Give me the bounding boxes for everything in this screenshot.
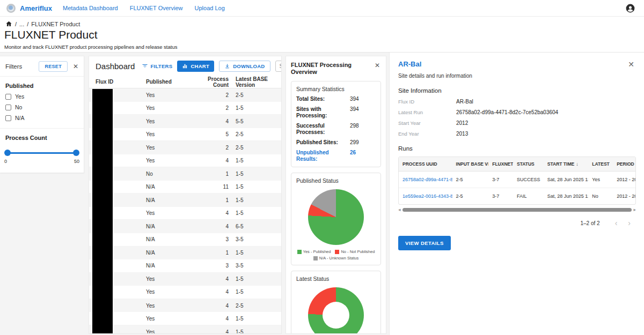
fluxnet-cell: 3-7 [488, 188, 513, 204]
col-header-input-base[interactable]: INPUT BASE VER... [452, 157, 489, 171]
info-label: Latest Run [398, 109, 456, 115]
chart-button[interactable]: CHART [177, 61, 214, 72]
table-row[interactable]: Yes 4 1-5 [89, 312, 281, 325]
nav-link[interactable]: FLUXNET Overview [130, 5, 183, 11]
table-row[interactable]: N/A 1 1-5 [89, 193, 281, 207]
table-row[interactable]: Yes 4 1-5 [89, 273, 281, 286]
download-button[interactable]: DOWNLOAD [219, 61, 270, 72]
table-row[interactable]: N/A 11 1-5 [89, 181, 281, 194]
published-cell: N/A [146, 224, 192, 229]
table-row[interactable]: N/A 4 6-5 [89, 220, 281, 233]
reset-button[interactable]: RESET [39, 61, 68, 72]
process-count-slider[interactable] [5, 150, 79, 156]
stat-label: Published Sites: [296, 139, 350, 146]
brand-name[interactable]: Ameriflux [20, 4, 52, 12]
summary-stat-row: Sites with Processing: 394 [296, 106, 376, 119]
published-status-title: Published Status [296, 177, 376, 184]
published-filter-option[interactable]: Yes [5, 93, 78, 100]
table-row[interactable]: N/A 3 3-5 [89, 233, 281, 247]
col-header-status[interactable]: STATUS [513, 157, 544, 171]
redacted-flux-id-column [92, 89, 113, 334]
published-filter-option[interactable]: N/A [5, 115, 78, 121]
published-status-pie-chart [308, 189, 364, 245]
site-info-list: Flux ID AR-Bal Latest Run 26758a02-d99a-… [398, 99, 635, 137]
latest-base-version-cell: 1-5 [229, 197, 281, 203]
col-header-process-uuid[interactable]: PROCESS UUID [399, 157, 452, 171]
chevron-right-icon[interactable]: › [623, 219, 636, 227]
table-row[interactable]: No 1 1-5 [89, 167, 281, 181]
slider-handle-max[interactable] [73, 150, 79, 156]
table-row[interactable]: Yes 2 2-5 [89, 88, 281, 102]
table-row[interactable]: Yes 4 1-5 [89, 325, 281, 334]
checkbox-icon[interactable] [5, 115, 11, 121]
stat-value[interactable]: 26 [350, 150, 356, 162]
published-cell: Yes [146, 105, 192, 111]
run-row[interactable]: 1e559ea2-0016-4343-8231-e... 2-5 3-7 FAI… [399, 188, 635, 204]
summary-stats-list: Total Sites: 394 Sites with Processing: … [296, 96, 376, 146]
scrollbar-thumb[interactable] [402, 208, 632, 212]
fluxnet-cell: 3-7 [488, 172, 513, 188]
slider-track[interactable] [5, 152, 79, 154]
divider [0, 128, 84, 129]
scroll-left-icon[interactable]: ◂ [398, 207, 401, 212]
col-header-latest-base-version[interactable]: Latest BASE Version [229, 76, 281, 88]
published-filter-option[interactable]: No [5, 104, 78, 110]
table-row[interactable]: Yes 2 2-5 [89, 141, 281, 154]
checkbox-icon[interactable] [5, 94, 11, 100]
close-icon[interactable]: ✕ [627, 60, 635, 69]
table-header: Flux ID Published Process Count Latest B… [89, 76, 281, 88]
filters-panel: Filters RESET ✕ Published Yes No N/A Pro… [0, 56, 84, 173]
latest-base-version-cell: 6-5 [229, 224, 281, 229]
table-body: Yes 2 2-5 Yes 2 1-5 Yes 4 5-5 Yes 5 2-5 … [89, 88, 281, 334]
chart-button-label: CHART [191, 63, 209, 69]
unpublished-results-row[interactable]: Unpublished Results: 26 [296, 150, 376, 162]
published-cell: Yes [146, 131, 192, 137]
info-label: Flux ID [398, 99, 456, 105]
table-row[interactable]: Yes 4 5-5 [89, 115, 281, 128]
checkbox-icon[interactable] [5, 105, 11, 110]
nav-link[interactable]: Upload Log [195, 5, 225, 11]
filters-button[interactable]: FILTERS [142, 63, 172, 69]
download-button-label: DOWNLOAD [233, 63, 265, 69]
published-cell: Yes [146, 316, 192, 322]
account-button[interactable] [625, 3, 635, 13]
table-row[interactable]: Yes 4 1-5 [89, 207, 281, 220]
horizontal-scrollbar[interactable]: ◂ ▸ [398, 207, 636, 212]
sort-desc-icon[interactable]: ↓ [576, 161, 579, 167]
table-row[interactable]: N/A 3 3-5 [89, 259, 281, 273]
home-icon[interactable] [5, 20, 12, 27]
col-header-published[interactable]: Published [146, 79, 192, 85]
col-header-fluxnet[interactable]: FLUXNET ... [488, 157, 513, 171]
scroll-right-icon[interactable]: ▸ [633, 207, 636, 212]
process-count-cell: 4 [192, 289, 229, 295]
view-details-button[interactable]: VIEW DETAILS [398, 236, 451, 250]
stat-value: 394 [350, 96, 359, 102]
table-row[interactable]: Yes 4 1-5 [89, 286, 281, 299]
stat-label[interactable]: Unpublished Results: [296, 150, 350, 162]
brand[interactable]: Ameriflux [6, 4, 52, 13]
process-count-cell: 11 [192, 184, 229, 190]
table-row[interactable]: Yes 4 1-5 [89, 154, 281, 168]
col-header-process-count[interactable]: Process Count [192, 76, 229, 88]
slider-handle-min[interactable] [4, 150, 11, 156]
breadcrumb: / ... / FLUXNET Product [5, 20, 80, 27]
col-header-latest[interactable]: LATEST [588, 157, 613, 171]
process-uuid-link[interactable]: 26758a02-d99a-4471-8d2c-7... [399, 172, 452, 188]
close-icon[interactable]: ✕ [374, 62, 381, 69]
table-rows: Yes 2 2-5 Yes 2 1-5 Yes 4 5-5 Yes 5 2-5 … [89, 88, 281, 334]
col-header-start-time[interactable]: START TIME↓ [544, 157, 589, 171]
table-row[interactable]: Yes 4 2-5 [89, 299, 281, 312]
close-icon[interactable]: ✕ [72, 63, 79, 70]
search-input[interactable] [275, 61, 282, 72]
table-row[interactable]: Yes 2 1-5 [89, 102, 281, 115]
chevron-left-icon[interactable]: ‹ [610, 219, 623, 227]
breadcrumb-ellipsis[interactable]: ... [19, 21, 24, 27]
latest-base-version-cell: 2-5 [229, 92, 281, 98]
process-uuid-link[interactable]: 1e559ea2-0016-4343-8231-e... [399, 188, 452, 204]
col-header-period[interactable]: PERIOD [613, 157, 635, 171]
nav-link[interactable]: Metadata Dashboard [63, 5, 118, 11]
run-row[interactable]: 26758a02-d99a-4471-8d2c-7... 2-5 3-7 SUC… [399, 172, 635, 188]
table-row[interactable]: N/A 1 1-5 [89, 247, 281, 260]
col-header-flux-id[interactable]: Flux ID [89, 79, 146, 85]
table-row[interactable]: Yes 5 2-5 [89, 128, 281, 142]
